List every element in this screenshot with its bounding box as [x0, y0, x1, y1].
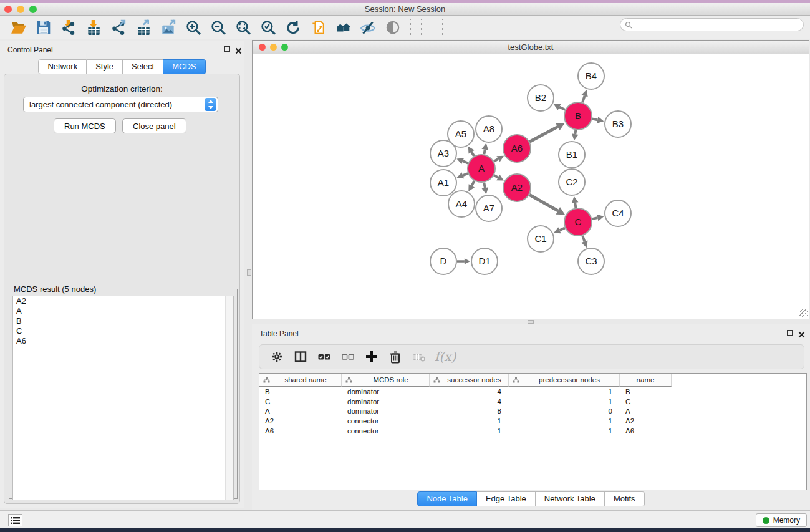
zoom-fit-button[interactable]	[231, 17, 256, 38]
run-mcds-button[interactable]: Run MCDS	[54, 118, 116, 133]
tab-network-table[interactable]: Network Table	[536, 491, 605, 506]
table-float-panel-icon[interactable]	[787, 330, 793, 336]
minimize-window-button[interactable]	[17, 6, 24, 13]
close-window-button[interactable]	[4, 6, 12, 13]
table-cell[interactable]: A6	[620, 427, 672, 435]
edge-A-A7[interactable]	[484, 183, 485, 188]
tab-select[interactable]: Select	[123, 59, 163, 74]
table-cell[interactable]: A6	[259, 427, 342, 435]
new-network-from-selection-button[interactable]	[306, 17, 330, 38]
table-cell[interactable]: A	[259, 407, 342, 415]
table-cell[interactable]: 1	[509, 417, 620, 425]
tab-mcds[interactable]: MCDS	[163, 59, 205, 74]
import-network-button[interactable]	[56, 17, 81, 38]
edge-B-B4[interactable]	[582, 96, 584, 102]
table-row[interactable]: Adominator80A	[259, 406, 806, 416]
search-field[interactable]	[620, 18, 804, 31]
select-all-button[interactable]	[312, 346, 336, 367]
edge-C-C4[interactable]	[592, 218, 597, 219]
edge-A6-B[interactable]	[529, 127, 557, 142]
export-table-button[interactable]	[131, 17, 156, 38]
refresh-button[interactable]	[281, 17, 306, 38]
show-all-button[interactable]	[380, 17, 405, 38]
result-list-item[interactable]: A6	[13, 336, 233, 346]
edge-A-A1[interactable]	[463, 173, 468, 175]
edge-A-A5[interactable]	[471, 152, 474, 157]
split-view-button[interactable]	[289, 346, 312, 367]
column-header-predecessor-nodes[interactable]: predecessor nodes	[509, 374, 620, 387]
export-image-button[interactable]	[156, 17, 181, 38]
zoom-in-button[interactable]	[181, 17, 206, 38]
table-cell[interactable]: dominator	[342, 398, 430, 405]
network-window-titlebar[interactable]: testGlobe.txt	[253, 41, 809, 54]
vertical-splitter-handle[interactable]	[247, 269, 251, 276]
gear-button[interactable]	[265, 346, 289, 367]
table-cell[interactable]: dominator	[342, 407, 430, 415]
edge-A-A6[interactable]	[494, 159, 498, 162]
table-cell[interactable]: 0	[509, 407, 620, 415]
task-history-button[interactable]	[8, 514, 22, 526]
table-cell[interactable]: connector	[342, 417, 430, 425]
zoom-window-button[interactable]	[29, 6, 37, 13]
import-table-button[interactable]	[81, 17, 106, 38]
tab-network[interactable]: Network	[38, 59, 87, 74]
table-cell[interactable]: 8	[430, 407, 509, 415]
first-neighbors-button[interactable]	[330, 17, 355, 38]
export-network-button[interactable]	[106, 17, 131, 38]
column-header-successor-nodes[interactable]: successor nodes	[430, 374, 509, 387]
table-row[interactable]: A6connector11A6	[259, 426, 806, 436]
table-cell[interactable]: 4	[430, 388, 509, 395]
table-cell[interactable]: connector	[342, 427, 430, 435]
table-cell[interactable]: C	[259, 398, 342, 405]
tab-edge-table[interactable]: Edge Table	[477, 491, 536, 506]
table-cell[interactable]: B	[259, 388, 342, 395]
table-row[interactable]: Cdominator41C	[259, 397, 806, 407]
result-list-item[interactable]: C	[13, 326, 233, 336]
add-column-button[interactable]	[360, 346, 383, 367]
resize-grip-icon[interactable]	[799, 309, 808, 317]
delete-button[interactable]	[383, 346, 407, 367]
table-cell[interactable]: dominator	[342, 388, 430, 395]
edge-C-C1[interactable]	[559, 228, 565, 230]
table-row[interactable]: Bdominator41B	[259, 387, 806, 397]
zoom-selected-button[interactable]	[256, 17, 281, 38]
edge-B-B3[interactable]	[592, 119, 598, 120]
deselect-all-button[interactable]	[336, 346, 360, 367]
close-panel-icon[interactable]	[235, 46, 242, 52]
open-session-button[interactable]	[6, 17, 31, 38]
edge-C-C2[interactable]	[575, 203, 576, 208]
search-input[interactable]	[635, 21, 797, 29]
result-list-item[interactable]: B	[13, 316, 233, 326]
table-cell[interactable]: 1	[430, 427, 509, 435]
table-cell[interactable]: C	[620, 398, 672, 405]
result-list-item[interactable]: A2	[13, 296, 233, 306]
close-panel-button[interactable]: Close panel	[122, 118, 186, 133]
edge-A-A2[interactable]	[494, 175, 498, 178]
tab-style[interactable]: Style	[87, 59, 123, 74]
table-cell[interactable]: 1	[509, 398, 620, 405]
column-header-MCDS-role[interactable]: MCDS role	[342, 374, 430, 387]
network-canvas[interactable]: B4B2BB3A8A5A6A3B1AC2A1A2A4A7C4CC1C3DD1	[253, 54, 809, 319]
table-cell[interactable]: A2	[259, 417, 342, 425]
zoom-out-button[interactable]	[206, 17, 231, 38]
table-row[interactable]: A2connector11A2	[259, 416, 806, 426]
edge-A-A3[interactable]	[463, 161, 468, 163]
memory-button[interactable]: Memory	[756, 513, 807, 527]
edge-A2-C[interactable]	[529, 195, 558, 211]
tab-node-table[interactable]: Node Table	[417, 491, 477, 506]
hide-selected-button[interactable]	[355, 17, 380, 38]
edge-A-A8[interactable]	[484, 150, 485, 155]
table-cell[interactable]: 1	[430, 417, 509, 425]
table-cell[interactable]: 1	[509, 388, 620, 395]
table-close-panel-icon[interactable]	[798, 329, 805, 336]
edge-A-A4[interactable]	[471, 181, 474, 186]
result-list-scrollbar[interactable]	[225, 296, 233, 500]
edge-C-C3[interactable]	[582, 236, 584, 241]
edge-B-B2[interactable]	[559, 107, 565, 110]
mcds-result-list[interactable]: A2ABCA6	[12, 296, 234, 500]
column-header-name[interactable]: name	[620, 374, 672, 387]
float-panel-icon[interactable]	[224, 46, 230, 52]
save-session-button[interactable]	[31, 17, 56, 38]
table-cell[interactable]: 4	[430, 398, 509, 405]
tab-motifs[interactable]: Motifs	[605, 491, 645, 506]
